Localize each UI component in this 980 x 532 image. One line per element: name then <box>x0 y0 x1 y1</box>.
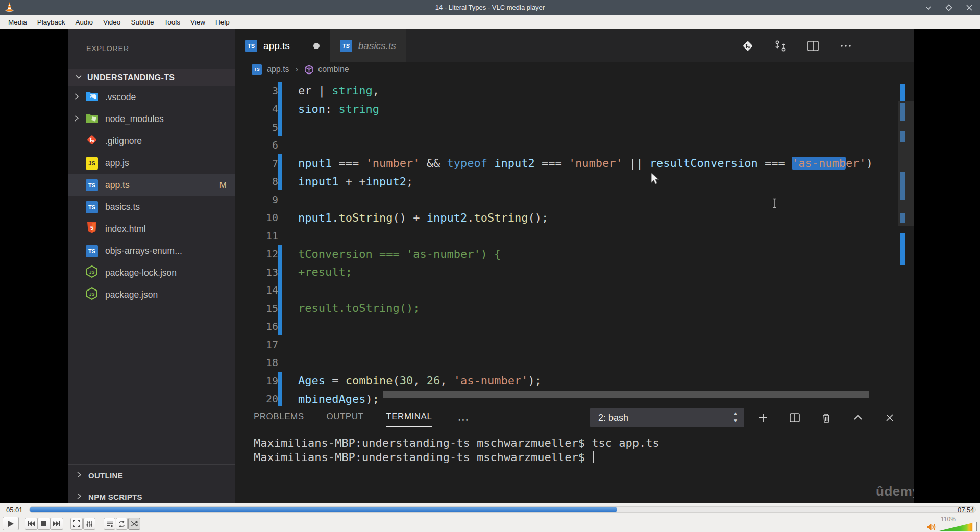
close-panel-icon[interactable] <box>883 411 896 424</box>
file-item-objs-arrays-enum-[interactable]: TS objs-arrays-enum... <box>68 240 235 262</box>
modified-gutter-bar <box>278 318 282 336</box>
menu-help[interactable]: Help <box>210 18 235 26</box>
panel-more-icon[interactable]: ⋯ <box>457 413 470 426</box>
code-line-12: 12 tConversion === 'as-number') { <box>235 245 914 263</box>
fullscreen-button[interactable] <box>70 518 83 530</box>
shell-selector[interactable]: 2: bash ▲▼ <box>590 408 744 427</box>
vlc-menubar: MediaPlaybackAudioVideoSubtitleToolsView… <box>0 15 980 29</box>
breadcrumb[interactable]: TS app.ts › combine <box>235 62 914 77</box>
new-terminal-icon[interactable] <box>756 411 770 424</box>
more-actions-icon[interactable] <box>839 39 852 53</box>
menu-playback[interactable]: Playback <box>32 18 70 26</box>
file-label: basics.ts <box>105 202 140 212</box>
section-label: OUTLINE <box>88 471 123 480</box>
modified-gutter-bar <box>278 173 282 191</box>
vscode-window: EXPLORER UNDERSTANDING-TS .vscode node_m… <box>68 29 914 503</box>
breadcrumb-symbol[interactable]: combine <box>318 65 349 74</box>
menu-tools[interactable]: Tools <box>159 18 185 26</box>
file-item--vscode[interactable]: .vscode <box>68 86 235 108</box>
kill-terminal-icon[interactable] <box>820 411 833 424</box>
line-number: 12 <box>235 248 278 260</box>
sidebar-section-outline[interactable]: OUTLINE <box>68 464 235 486</box>
panel-tab-terminal[interactable]: TERMINAL <box>386 412 432 427</box>
line-number: 18 <box>235 356 278 369</box>
file-item-node-modules[interactable]: node_modules <box>68 108 235 130</box>
panel-tab-problems[interactable]: PROBLEMS <box>254 412 304 427</box>
workspace-header[interactable]: UNDERSTANDING-TS <box>68 69 235 86</box>
code-line-14: 14 <box>235 281 914 300</box>
restore-button[interactable] <box>945 4 952 11</box>
settings-button[interactable] <box>83 518 95 530</box>
modified-gutter-bar <box>278 281 282 300</box>
volume-slider-edge <box>976 522 977 531</box>
file-label: node_modules <box>105 114 164 125</box>
code-text: result.toString(); <box>298 302 420 315</box>
sidebar-section-npm-scripts[interactable]: NPM SCRIPTS <box>68 486 235 503</box>
code-line-6: 6 <box>235 136 914 155</box>
gutter-spacer <box>278 190 282 209</box>
overview-ruler[interactable] <box>898 77 914 406</box>
file-item-app-js[interactable]: JS app.js <box>68 152 235 174</box>
menu-video[interactable]: Video <box>98 18 126 26</box>
code-line-9: 9 <box>235 190 914 209</box>
javascript-file-icon: JS <box>86 157 98 170</box>
file-item--gitignore[interactable]: .gitignore <box>68 130 235 152</box>
close-button[interactable] <box>966 4 973 11</box>
menu-subtitle[interactable]: Subtitle <box>126 18 159 26</box>
typescript-file-icon: TS <box>340 40 352 52</box>
tab-label: basics.ts <box>358 40 396 52</box>
file-label: app.ts <box>105 180 130 190</box>
section-label: NPM SCRIPTS <box>88 493 142 501</box>
volume-slider[interactable] <box>939 522 977 531</box>
menu-audio[interactable]: Audio <box>70 18 99 26</box>
file-label: .gitignore <box>105 136 142 147</box>
select-arrows-icon: ▲▼ <box>733 410 738 424</box>
open-changes-icon[interactable] <box>741 39 754 53</box>
playlist-button[interactable] <box>104 518 115 530</box>
modified-dot-icon[interactable] <box>313 43 320 49</box>
menu-view[interactable]: View <box>185 18 210 26</box>
video-area[interactable]: EXPLORER UNDERSTANDING-TS .vscode node_m… <box>0 29 980 503</box>
file-item-app-ts[interactable]: TS app.ts M <box>68 174 235 196</box>
speaker-icon[interactable] <box>926 523 937 532</box>
code-text: input1 + +input2; <box>298 175 413 188</box>
terminal-output[interactable]: Maximilians-MBP:understanding-ts mschwar… <box>254 436 659 464</box>
vlc-controlbar: 05:01 07:54 110% <box>0 503 980 532</box>
next-button[interactable] <box>50 518 63 530</box>
chevron-right-icon <box>76 471 82 480</box>
git-icon <box>86 134 98 149</box>
file-item-package-lock-json[interactable]: JS package-lock.json <box>68 262 235 284</box>
explorer-title: EXPLORER <box>86 44 129 53</box>
loop-button[interactable] <box>116 518 128 530</box>
breadcrumb-file[interactable]: app.ts <box>267 65 289 74</box>
split-terminal-icon[interactable] <box>788 411 801 424</box>
stop-button[interactable] <box>37 518 51 530</box>
maximize-panel-icon[interactable] <box>851 411 865 424</box>
minimize-button[interactable] <box>925 4 932 11</box>
previous-button[interactable] <box>24 518 38 530</box>
file-item-package-json[interactable]: JS package.json <box>68 284 235 306</box>
play-button[interactable] <box>3 517 19 530</box>
sync-changes-icon[interactable] <box>774 39 787 53</box>
symbol-cube-icon <box>304 65 314 75</box>
svg-text:5: 5 <box>90 225 93 231</box>
typescript-file-icon: TS <box>245 40 257 52</box>
menu-media[interactable]: Media <box>3 18 32 26</box>
gutter-spacer <box>278 227 282 245</box>
file-item-basics-ts[interactable]: TS basics.ts <box>68 196 235 218</box>
gutter-spacer <box>278 335 282 354</box>
panel-tab-output[interactable]: OUTPUT <box>326 412 363 427</box>
code-line-13: 13 +result; <box>235 263 914 281</box>
horizontal-scrollbar[interactable] <box>383 391 869 398</box>
tab-basics-ts[interactable]: TSbasics.ts <box>330 29 406 62</box>
code-line-5: 5 <box>235 118 914 136</box>
code-text: +result; <box>298 265 352 278</box>
shuffle-button[interactable] <box>128 518 140 530</box>
file-item-index-html[interactable]: 5 index.html <box>68 218 235 240</box>
line-number: 16 <box>235 320 278 332</box>
folder-vscode-icon <box>85 90 99 105</box>
code-editor[interactable]: 3 er | string, 4 sion: string 5 6 7 nput… <box>235 77 914 406</box>
seek-bar[interactable] <box>29 506 976 513</box>
tab-app-ts[interactable]: TSapp.ts <box>235 29 330 62</box>
split-editor-icon[interactable] <box>806 39 820 53</box>
